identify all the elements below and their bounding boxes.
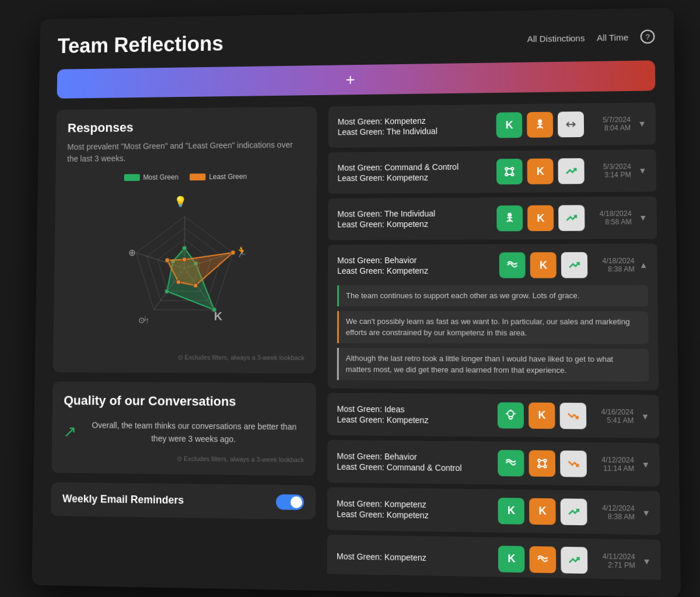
icon-badge [498,402,524,428]
reflection-timestamp: 4/12/20248:38 AM [592,503,635,521]
svg-point-54 [544,465,547,467]
quality-footer-note: ⊙ Excludes filters, always a 3-week look… [63,453,304,463]
icon-badge [496,205,523,231]
reflection-labels: Most Green: Kompetenz [337,551,426,562]
svg-point-53 [538,465,540,467]
email-reminders-label: Weekly Email Reminders [62,493,184,507]
reflection-item[interactable]: Most Green: Command & Control Least Gree… [328,149,657,193]
reflection-labels: Most Green: Kompetenz Least Green: The I… [338,116,438,136]
reflection-item[interactable]: Most Green: Behavior Least Green: Kompet… [328,243,659,390]
svg-text:💡: 💡 [174,195,187,208]
legend-most-green: Most Green [124,173,178,181]
icon-badge: K [528,402,555,428]
header: Team Reflections All Distinctions All Ti… [58,24,655,58]
reflection-right: K 5/7/20248:04 AM ▼ [496,110,646,138]
quality-trend-icon: ↗ [63,421,76,441]
icon-badge [499,252,526,278]
responses-panel: Responses Most prevalent "Most Green" an… [53,106,317,373]
icon-badge [560,402,587,428]
least-green-label: Least Green: The Individual [338,126,438,137]
reflection-item[interactable]: Most Green: Behavior Least Green: Comman… [327,439,660,486]
reflection-timestamp: 4/18/20248:38 AM [592,256,634,273]
expanded-comments: The team continues to support each other… [337,285,649,381]
filter-distinctions[interactable]: All Distinctions [527,33,585,43]
chevron-down-icon: ▼ [638,166,646,175]
reflection-item[interactable]: Most Green: Ideas Least Green: Kompetenz… [327,392,659,438]
reflection-right: K 5/3/20243:14 PM ▼ [496,158,647,184]
responses-title: Responses [68,118,306,135]
svg-point-52 [544,459,546,461]
reflection-header: Most Green: The Individual Least Green: … [337,204,647,232]
most-green-label: Most Green: Kompetenz [337,551,426,562]
reflection-timestamp: 5/7/20248:04 AM [589,116,631,132]
email-reminders-panel: Weekly Email Reminders [51,481,316,519]
icon-badge [498,449,524,476]
least-green-label: Least Green: Kompetenz [338,172,459,182]
icon-badge: K [496,112,523,138]
chevron-down-icon: ▼ [642,507,650,517]
legend-least-green: Least Green [190,172,247,180]
svg-point-11 [182,246,187,250]
filter-time[interactable]: All Time [597,32,629,42]
quality-panel: Quality of our Conversations ↗ Overall, … [51,381,316,476]
least-green-label: Least Green: Kompetenz [337,509,429,519]
reflection-item[interactable]: Most Green: Kompetenz Least Green: Kompe… [327,487,660,535]
reflection-labels: Most Green: Kompetenz Least Green: Kompe… [337,498,429,519]
icon-badge: K [498,497,524,524]
chevron-down-icon: ▼ [639,212,647,222]
reflection-right: K K 4/12/20248:38 AM ▼ [498,497,650,526]
reflection-right: 4/12/202411:14 AM ▼ [498,449,650,477]
quality-title: Quality of our Conversations [64,393,304,410]
icon-badge [561,546,587,573]
icon-badge [558,158,584,183]
chevron-down-icon: ▼ [642,556,651,565]
comment-item: Although the last retro took a little lo… [337,347,649,381]
icon-badge: K [498,545,525,572]
svg-point-41 [508,212,512,217]
reflection-labels: Most Green: Command & Control Least Gree… [338,162,459,182]
chevron-up-icon: ▲ [639,260,648,269]
comment-item: We can't possibly learn as fast as we wa… [337,310,649,344]
help-icon[interactable]: ? [640,29,655,43]
main-content: Responses Most prevalent "Most Green" an… [50,102,661,579]
icon-badge [561,498,587,525]
reflection-right: K 4/18/20248:38 AM ▲ [499,252,648,278]
svg-point-21 [165,257,170,262]
reflection-header: Most Green: Kompetenz K 4/11/20242:71 PM… [337,543,651,574]
most-green-label: Most Green: Kompetenz [337,498,428,508]
least-green-label: Least Green: Kompetenz [337,266,428,275]
reflection-timestamp: 4/12/202411:14 AM [592,455,634,473]
most-green-label: Most Green: Command & Control [338,162,459,172]
reflection-right: K 4/16/20245:41 AM ▼ [498,402,649,429]
svg-text:⊙↑↓: ⊙↑↓ [138,313,149,324]
icon-badge [527,111,553,137]
app-card: Team Reflections All Distinctions All Ti… [32,8,681,597]
reflection-item[interactable]: Most Green: Kompetenz Least Green: The I… [328,102,656,148]
reflection-header: Most Green: Kompetenz Least Green: The I… [338,110,646,139]
reflection-right: K 4/11/20242:71 PM ▼ [498,545,651,574]
icon-badge: K [527,158,554,184]
svg-point-36 [512,173,514,176]
reflection-timestamp: 5/3/20243:14 PM [589,162,631,179]
svg-text:K: K [214,309,222,322]
svg-point-51 [538,459,540,461]
reflection-item[interactable]: Most Green: The Individual Least Green: … [328,196,657,240]
radar-svg: 💡 🏃 K ⊙↑↓ ⊕ [104,187,265,350]
least-green-label: Least Green: Command & Control [337,462,461,473]
reflection-labels: Most Green: The Individual Least Green: … [337,208,435,229]
reflection-header: Most Green: Kompetenz Least Green: Kompe… [337,495,650,525]
svg-point-34 [511,167,513,170]
svg-text:🏃: 🏃 [235,245,249,258]
left-panel: Responses Most prevalent "Most Green" an… [50,106,317,574]
svg-point-14 [164,289,169,294]
most-green-label: Most Green: Behavior [337,255,428,264]
most-green-label: Most Green: The Individual [337,208,435,218]
reflection-header: Most Green: Command & Control Least Gree… [338,158,647,186]
add-reflection-button[interactable]: + [57,60,656,98]
icon-badge [558,205,584,231]
reflection-item[interactable]: Most Green: Kompetenz K 4/11/20242:71 PM… [327,534,661,579]
least-green-label: Least Green: Kompetenz [337,414,429,424]
reflection-labels: Most Green: Ideas Least Green: Kompetenz [337,404,429,425]
email-reminders-toggle[interactable] [276,494,304,509]
svg-point-17 [182,257,187,261]
